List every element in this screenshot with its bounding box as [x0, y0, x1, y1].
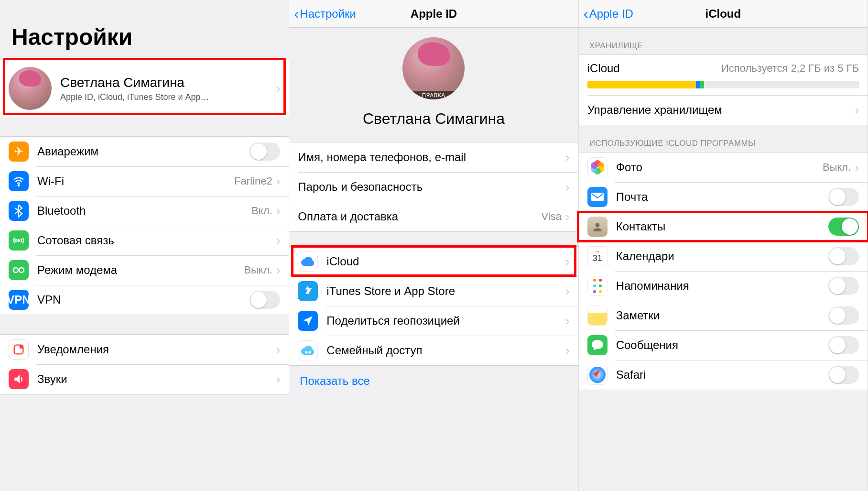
svg-point-5 [20, 345, 23, 349]
row-label: Имя, номера телефонов, e-mail [298, 151, 565, 164]
row-label: iTunes Store и App Store [326, 284, 565, 298]
connectivity-group: ✈ Авиарежим Wi-Fi Farline2 › Bluetooth В… [0, 136, 289, 315]
row-label: Сотовая связь [37, 234, 276, 247]
svg-point-7 [309, 351, 311, 354]
row-label: Почта [616, 190, 828, 204]
row-label: Управление хранилищем [587, 103, 855, 117]
row-notifications[interactable]: Уведомления › [0, 335, 289, 364]
wifi-icon [9, 171, 29, 191]
row-reminders[interactable]: Напоминания [579, 271, 868, 301]
row-label: Оплата и доставка [298, 210, 541, 223]
family-icon [298, 340, 318, 360]
calendar-icon: ••• 31 [587, 246, 608, 266]
svg-point-2 [13, 268, 18, 273]
row-safari[interactable]: Safari [579, 360, 868, 390]
row-messages[interactable]: Сообщения [579, 330, 868, 360]
row-manage-storage[interactable]: Управление хранилищем › [579, 95, 868, 125]
chevron-right-icon: › [276, 342, 281, 357]
notes-toggle[interactable] [828, 306, 859, 325]
calendar-toggle[interactable] [828, 247, 859, 265]
chevron-right-icon: › [565, 209, 570, 224]
cellular-icon [9, 230, 29, 251]
row-detail: Farline2 [234, 175, 272, 187]
row-notes[interactable]: Заметки [579, 301, 868, 330]
row-label: Фото [616, 161, 823, 174]
svg-rect-8 [591, 193, 604, 201]
row-label: Сообщения [616, 338, 828, 352]
row-label: Режим модема [37, 263, 244, 277]
row-detail: Вкл. [251, 205, 272, 217]
avatar-edit-label: ПРАВКА [402, 91, 465, 99]
contacts-icon [587, 217, 608, 237]
row-sounds[interactable]: Звуки › [0, 364, 289, 394]
storage-group: iCloud Используется 2,2 ГБ из 5 ГБ Управ… [579, 55, 868, 125]
photos-icon [587, 157, 608, 177]
row-payment[interactable]: Оплата и доставка Visa › [289, 202, 578, 231]
row-label: Заметки [616, 309, 828, 322]
alerts-group: Уведомления › Звуки › [0, 334, 289, 394]
chevron-right-icon: › [855, 103, 859, 118]
row-bluetooth[interactable]: Bluetooth Вкл. › [0, 196, 289, 226]
apps-group: Фото Выкл. › Почта Контакты ••• [579, 152, 868, 390]
icloud-icon [298, 251, 318, 272]
appstore-icon [298, 281, 318, 301]
sounds-icon [9, 369, 29, 389]
row-label: Авиарежим [37, 145, 250, 158]
mail-toggle[interactable] [828, 188, 859, 206]
messages-icon [587, 335, 608, 355]
chevron-right-icon: › [565, 180, 570, 195]
chevron-right-icon: › [565, 284, 570, 299]
row-name-phone[interactable]: Имя, номера телефонов, e-mail › [289, 142, 578, 172]
back-button[interactable]: ‹ Настройки [294, 7, 356, 21]
row-label: Семейный доступ [326, 344, 565, 357]
row-hotspot[interactable]: Режим модема Выкл. › [0, 255, 289, 285]
row-password[interactable]: Пароль и безопасность › [289, 172, 578, 202]
back-label: Apple ID [589, 7, 633, 21]
row-location-share[interactable]: Поделиться геопозицией › [289, 306, 578, 336]
services-group: iCloud › iTunes Store и App Store › Поде… [289, 246, 578, 366]
row-contacts[interactable]: Контакты [579, 212, 868, 241]
svg-point-0 [18, 185, 20, 186]
chevron-right-icon: › [565, 343, 570, 358]
row-label: Контакты [616, 220, 828, 233]
row-airplane[interactable]: ✈ Авиарежим [0, 137, 289, 166]
contacts-toggle[interactable] [828, 218, 859, 236]
row-cellular[interactable]: Сотовая связь › [0, 226, 289, 255]
avatar [9, 67, 52, 110]
safari-icon [587, 365, 608, 385]
reminders-toggle[interactable] [828, 277, 859, 295]
profile-row[interactable]: Светлана Симагина Apple ID, iCloud, iTun… [0, 60, 289, 117]
row-photos[interactable]: Фото Выкл. › [579, 153, 868, 182]
airplane-toggle[interactable] [250, 142, 280, 161]
back-label: Настройки [300, 7, 356, 21]
chevron-right-icon: › [276, 204, 281, 218]
svg-point-9 [595, 223, 599, 227]
row-label: Пароль и безопасность [298, 180, 565, 194]
svg-point-1 [18, 240, 20, 241]
row-mail[interactable]: Почта [579, 182, 868, 212]
account-group: Имя, номера телефонов, e-mail › Пароль и… [289, 142, 578, 232]
profile-subtitle: Apple ID, iCloud, iTunes Store и App… [60, 92, 276, 102]
safari-toggle[interactable] [828, 366, 859, 384]
row-icloud[interactable]: iCloud › [289, 247, 578, 276]
row-vpn[interactable]: VPN VPN [0, 285, 289, 315]
chevron-right-icon: › [276, 233, 281, 248]
chevron-right-icon: › [565, 314, 570, 328]
profile-text: Светлана Симагина Apple ID, iCloud, iTun… [60, 75, 276, 102]
row-detail: Выкл. [244, 264, 272, 276]
row-wifi[interactable]: Wi-Fi Farline2 › [0, 166, 289, 196]
row-calendar[interactable]: ••• 31 Календари [579, 241, 868, 271]
svg-point-3 [19, 268, 24, 273]
reminders-icon [587, 276, 608, 296]
back-button[interactable]: ‹ Apple ID [584, 7, 633, 21]
section-header-apps: ИСПОЛЬЗУЮЩИЕ ICLOUD ПРОГРАММЫ [579, 125, 868, 152]
chevron-right-icon: › [565, 150, 570, 165]
avatar[interactable]: ПРАВКА [402, 37, 465, 99]
row-family[interactable]: Семейный доступ › [289, 336, 578, 365]
vpn-toggle[interactable] [250, 291, 280, 309]
chevron-right-icon: › [276, 174, 281, 189]
row-itunes[interactable]: iTunes Store и App Store › [289, 276, 578, 306]
row-storage: iCloud Используется 2,2 ГБ из 5 ГБ [579, 55, 868, 95]
messages-toggle[interactable] [828, 336, 859, 354]
show-all-link[interactable]: Показать все [289, 366, 578, 396]
